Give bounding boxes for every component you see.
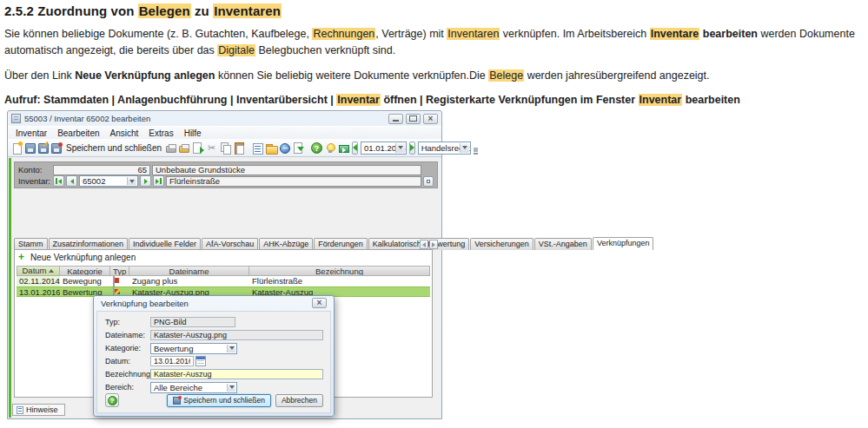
kategorie-row: Kategorie: Bewertung — [105, 343, 323, 353]
close-button[interactable] — [423, 114, 438, 124]
dateiname-row: Dateiname: — [105, 330, 323, 340]
paste-icon[interactable] — [234, 142, 245, 154]
bereich-value: Alle Bereiche — [154, 383, 202, 392]
tab-ahk-abzuege[interactable]: AHK-Abzüge — [259, 238, 313, 250]
arrow-right-icon — [156, 179, 159, 184]
help-icon[interactable] — [311, 142, 322, 154]
tab-versicherungen[interactable]: Versicherungen — [470, 238, 533, 250]
bezeichnung-field[interactable] — [150, 369, 323, 379]
tab-stamm[interactable]: Stamm — [14, 238, 48, 250]
next-year-button[interactable] — [409, 142, 415, 155]
arrow-right-icon — [410, 144, 414, 151]
dateiname-field — [150, 330, 323, 340]
arrow-left-icon — [58, 179, 62, 184]
text-highlight: Rechnungen — [312, 28, 375, 40]
tab-zusatzinformationen[interactable]: Zusatzinformationen — [49, 238, 129, 250]
page: { "colors": { "highlight": "#fbd77b", "r… — [0, 0, 868, 428]
bereich-select[interactable]: Alle Bereiche — [150, 382, 237, 393]
chevron-down-icon — [460, 143, 469, 153]
datum-row: Datum: — [105, 356, 323, 366]
folder-open-icon[interactable] — [266, 142, 277, 154]
hinweise-tab[interactable]: Hinweise — [12, 404, 65, 416]
save-and-close-label[interactable]: Speichern und schließen — [66, 143, 162, 153]
law-select[interactable]: Handelsrecht — [418, 142, 471, 155]
title-bar[interactable]: 55003 / Inventar 65002 bearbeiten — [8, 111, 441, 126]
arrow-left-icon — [70, 179, 74, 184]
dialog-title-bar[interactable]: Verknüpfung bearbeiten — [94, 296, 334, 310]
column-header-typ[interactable]: Typ — [110, 266, 129, 276]
list-view-icon[interactable] — [252, 142, 263, 154]
inventar-name-field[interactable] — [166, 176, 421, 187]
menu-hilfe[interactable]: Hilfe — [179, 128, 207, 139]
tab-vst-angaben[interactable]: VSt.-Angaben — [534, 238, 592, 250]
konto-name-field[interactable] — [152, 165, 421, 175]
refresh-globe-icon[interactable] — [280, 143, 290, 154]
dialog-help-button[interactable] — [105, 393, 119, 407]
last-record-button[interactable] — [153, 175, 164, 187]
app-window: 55003 / Inventar 65002 bearbeiten Invent… — [7, 110, 442, 419]
datum-field[interactable] — [150, 356, 194, 366]
chevron-down-icon — [395, 143, 405, 153]
cut-icon[interactable] — [206, 142, 217, 154]
calendar-icon[interactable] — [195, 356, 206, 366]
toolbar-overflow-button[interactable] — [474, 142, 478, 155]
print-preview-icon[interactable] — [179, 146, 189, 153]
first-record-button[interactable] — [53, 175, 64, 187]
tab-afa-vorschau[interactable]: AfA-Vorschau — [202, 238, 258, 250]
documentation-section: 2.5.2 Zuordnung von Belegen zu Inventare… — [4, 3, 865, 117]
print-icon[interactable] — [166, 146, 176, 153]
dialog-cancel-button[interactable]: Abbrechen — [275, 394, 323, 407]
text-highlight: Inventar — [336, 94, 381, 106]
menu-extras[interactable]: Extras — [143, 128, 178, 139]
hinweise-tab-label: Hinweise — [26, 405, 58, 414]
next-record-button[interactable] — [140, 175, 151, 187]
column-header-dateiname[interactable]: Dateiname — [129, 266, 249, 276]
send-icon[interactable] — [339, 145, 349, 153]
verknuepfung-bearbeiten-dialog: Verknüpfung bearbeiten Typ: Dateiname: K… — [93, 295, 335, 417]
tab-foerderungen[interactable]: Förderungen — [314, 238, 368, 250]
save-icon[interactable] — [25, 143, 36, 154]
plus-icon — [18, 254, 27, 262]
column-header-bezeichnung[interactable]: Bezeichnung — [249, 266, 430, 276]
links-table: Datum Kategorie Typ Dateiname Bezeichnun… — [17, 266, 430, 297]
dialog-save-close-button[interactable]: Speichern und schließen — [167, 394, 271, 407]
tab-verknuepfungen[interactable]: Verknüpfungen — [593, 237, 654, 250]
green-accent-stripe — [9, 158, 11, 418]
new-verknuepfung-link[interactable]: Neue Verknüpfung anlegen — [30, 253, 136, 262]
tab-scroll-left-button[interactable] — [420, 240, 428, 249]
paragraph-1: Sie können beliebige Dokumente (z. B. Gu… — [4, 26, 865, 60]
typ-row: Typ: — [105, 317, 323, 327]
menu-ansicht[interactable]: Ansicht — [105, 128, 144, 139]
restore-button[interactable] — [406, 114, 421, 124]
kategorie-select[interactable]: Bewertung — [150, 343, 237, 354]
minimize-button[interactable] — [388, 114, 403, 124]
expand-field-button[interactable] — [423, 176, 434, 187]
export-document-icon[interactable] — [192, 142, 203, 154]
year-select[interactable]: 01.01.2015 — [361, 142, 407, 155]
hint-bulb-icon[interactable] — [325, 142, 336, 154]
text-highlight: Inventare — [650, 28, 700, 40]
tab-individuelle-felder[interactable]: Individuelle Felder — [129, 238, 201, 250]
inventar-number-select[interactable]: 65002 — [79, 175, 138, 187]
chevron-down-icon — [227, 384, 235, 392]
copy-icon[interactable] — [220, 142, 231, 154]
heading-highlight: Inventaren — [213, 3, 282, 18]
save-as-icon[interactable] — [38, 143, 49, 154]
tab-kalkulatorische-bewertung[interactable]: Kalkulatorische Bewertung — [368, 238, 470, 250]
menu-bar: Inventar Bearbeiten Ansicht Extras Hilfe — [8, 126, 441, 139]
prev-record-button[interactable] — [66, 175, 77, 187]
dialog-close-button[interactable] — [312, 298, 327, 308]
window-controls — [388, 114, 438, 124]
bezeichnung-row: Bezeichnung: — [105, 369, 323, 379]
menu-inventar[interactable]: Inventar — [10, 128, 52, 139]
save-and-close-icon[interactable] — [51, 143, 62, 154]
prev-year-button[interactable] — [352, 142, 358, 155]
tab-scroll-right-button[interactable] — [429, 240, 438, 249]
column-header-datum[interactable]: Datum — [17, 266, 60, 276]
table-row[interactable]: 02.11.2014 Bewegung Zugang plus Flürlein… — [17, 276, 430, 286]
column-header-kategorie[interactable]: Kategorie — [60, 266, 110, 276]
import-document-icon[interactable] — [293, 142, 304, 154]
menu-bearbeiten[interactable]: Bearbeiten — [52, 128, 104, 139]
konto-number-field[interactable] — [53, 165, 150, 175]
new-document-icon[interactable] — [11, 142, 23, 154]
